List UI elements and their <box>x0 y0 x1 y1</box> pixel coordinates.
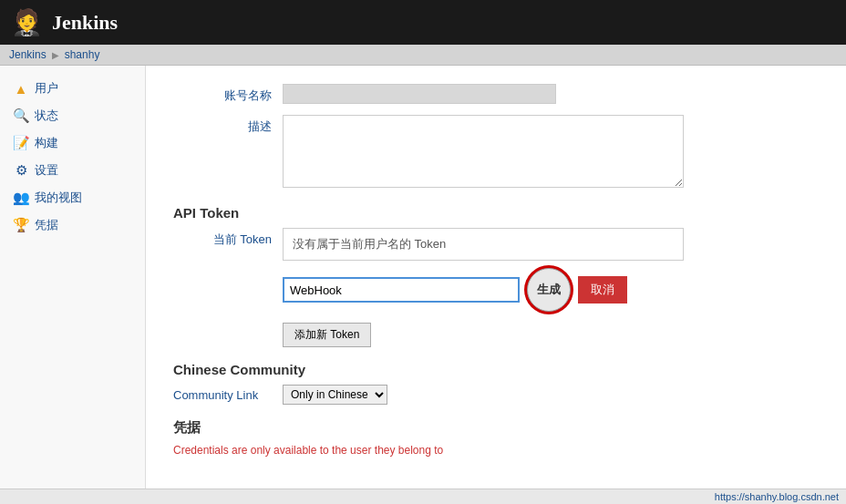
content-area: 账号名称 描述 API Token 当前 Token 没有属于当前用户名的 To… <box>146 66 846 504</box>
generate-button[interactable]: 生成 <box>527 268 571 312</box>
credentials-section: 凭据 Credentials are only available to the… <box>173 419 819 457</box>
sidebar-item-myviews[interactable]: 👥 我的视图 <box>0 184 145 211</box>
credentials-section-title: 凭据 <box>173 419 819 437</box>
breadcrumb-root[interactable]: Jenkins <box>9 48 46 61</box>
no-token-text: 没有属于当前用户名的 Token <box>293 237 446 251</box>
community-link-label: Community Link <box>173 388 273 402</box>
account-name-control <box>283 84 819 104</box>
token-name-input[interactable] <box>283 277 520 303</box>
user-icon: ▲ <box>13 80 29 97</box>
sidebar-item-status[interactable]: 🔍 状态 <box>0 102 145 129</box>
statusbar-url: https://shanhy.blog.csdn.net <box>715 491 839 502</box>
main-layout: ▲ 用户 🔍 状态 📝 构建 ⚙ 设置 👥 我的视图 🏆 凭据 账号名称 <box>0 66 846 504</box>
jenkins-logo-icon: 🤵 <box>11 7 43 37</box>
build-icon: 📝 <box>13 135 29 151</box>
description-control <box>283 115 819 190</box>
statusbar: https://shanhy.blog.csdn.net <box>0 489 846 504</box>
sidebar-item-settings[interactable]: ⚙ 设置 <box>0 157 145 184</box>
status-icon: 🔍 <box>13 108 29 124</box>
settings-icon: ⚙ <box>13 162 29 179</box>
sidebar-label-status: 状态 <box>35 108 58 124</box>
app-title: Jenkins <box>52 11 118 35</box>
credentials-icon: 🏆 <box>13 217 29 233</box>
breadcrumb-arrow-icon: ▶ <box>52 50 59 60</box>
app-header: 🤵 Jenkins <box>0 0 846 45</box>
sidebar-item-user[interactable]: ▲ 用户 <box>0 75 145 102</box>
description-textarea[interactable] <box>283 115 684 188</box>
token-info-box: 没有属于当前用户名的 Token <box>283 228 684 261</box>
sidebar-label-settings: 设置 <box>35 162 58 179</box>
description-row: 描述 <box>173 115 819 190</box>
credentials-info-text: Credentials are only available to the us… <box>173 444 819 457</box>
sidebar-item-credentials[interactable]: 🏆 凭据 <box>0 211 145 239</box>
chinese-community-title: Chinese Community <box>173 362 819 377</box>
sidebar-item-build[interactable]: 📝 构建 <box>0 129 145 157</box>
current-token-row: 当前 Token 没有属于当前用户名的 Token 生成 取消 添加新 Toke… <box>173 228 819 347</box>
cancel-button[interactable]: 取消 <box>578 276 627 303</box>
add-token-button[interactable]: 添加新 Token <box>283 323 371 347</box>
account-name-label: 账号名称 <box>173 84 283 104</box>
sidebar: ▲ 用户 🔍 状态 📝 构建 ⚙ 设置 👥 我的视图 🏆 凭据 <box>0 66 146 504</box>
account-name-input[interactable] <box>283 84 556 104</box>
current-token-label: 当前 Token <box>173 228 283 248</box>
community-link-select[interactable]: Only in Chinese All <box>283 385 387 405</box>
current-token-control: 没有属于当前用户名的 Token 生成 取消 添加新 Token <box>283 228 819 347</box>
description-label: 描述 <box>173 115 283 135</box>
breadcrumb-current[interactable]: shanhy <box>65 48 100 61</box>
community-link-row: Community Link Only in Chinese All <box>173 385 819 405</box>
myviews-icon: 👥 <box>13 190 29 206</box>
breadcrumb: Jenkins ▶ shanhy <box>0 45 846 66</box>
token-input-row: 生成 取消 <box>283 268 819 312</box>
sidebar-label-myviews: 我的视图 <box>35 190 82 206</box>
add-token-row: 添加新 Token <box>283 319 819 347</box>
api-token-section-title: API Token <box>173 205 819 221</box>
account-name-row: 账号名称 <box>173 84 819 104</box>
sidebar-label-build: 构建 <box>35 135 58 151</box>
chinese-community-section: Chinese Community Community Link Only in… <box>173 362 819 405</box>
sidebar-label-credentials: 凭据 <box>35 217 58 233</box>
sidebar-label-user: 用户 <box>35 80 58 97</box>
